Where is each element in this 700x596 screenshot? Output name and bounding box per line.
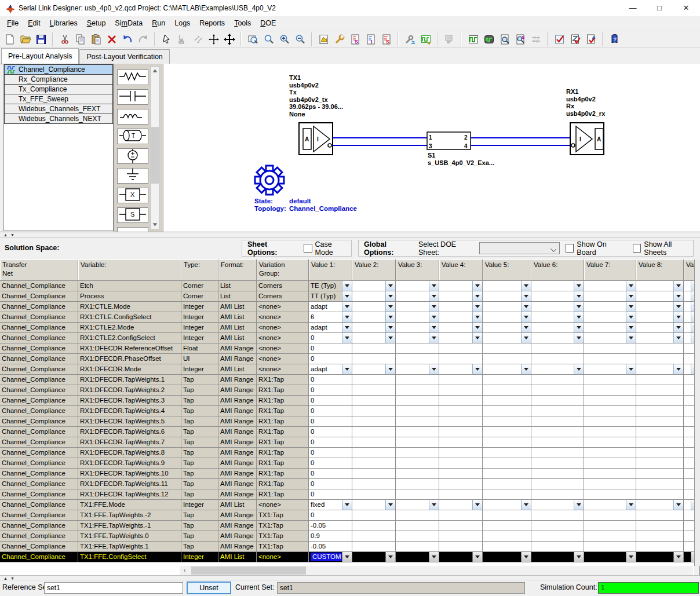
dropdown-button[interactable] (521, 333, 531, 343)
value-cell[interactable] (352, 448, 396, 458)
value-combo[interactable] (483, 291, 531, 302)
value-combo[interactable] (584, 364, 636, 375)
paste-button[interactable] (89, 32, 103, 46)
value-cell[interactable] (684, 489, 694, 500)
dropdown-button[interactable] (385, 323, 395, 332)
zoom-in-button[interactable] (278, 32, 291, 46)
value-combo[interactable] (684, 364, 694, 375)
value-combo[interactable] (584, 312, 636, 323)
value-cell[interactable]: 0 (309, 375, 352, 385)
value-combo[interactable] (439, 281, 483, 291)
zoom-button[interactable] (262, 32, 276, 46)
cut-button[interactable] (58, 32, 72, 46)
dropdown-button[interactable] (472, 333, 482, 343)
value-cell[interactable] (483, 448, 531, 458)
maximize-button[interactable]: □ (646, 0, 673, 16)
value-cell[interactable]: 0 (309, 458, 352, 469)
doe-sheet-combobox[interactable] (479, 242, 560, 254)
column-header[interactable]: Type: (181, 259, 218, 281)
sheet-item-tx_ffe_sweep[interactable]: Tx_FFE_Sweep (4, 94, 113, 104)
value-cell[interactable] (439, 479, 483, 489)
value-cell[interactable] (483, 479, 531, 489)
value-cell[interactable] (396, 458, 439, 469)
value-combo[interactable] (684, 281, 694, 291)
dropdown-button[interactable] (472, 281, 482, 291)
dropdown-button[interactable] (626, 302, 636, 312)
value-combo[interactable] (396, 291, 439, 302)
value-cell[interactable] (439, 375, 483, 385)
undo-button[interactable] (121, 32, 134, 46)
value-cell[interactable]: 0 (309, 427, 352, 437)
view-report-button[interactable] (498, 32, 512, 46)
value-combo[interactable] (531, 500, 584, 510)
assign-disabled-button[interactable] (443, 32, 457, 46)
menu-logs[interactable]: Logs (170, 17, 195, 30)
value-cell[interactable] (684, 343, 694, 354)
dropdown-button[interactable] (574, 291, 584, 301)
sheet-item-channel_compliance[interactable]: Channel_Compliance (4, 64, 113, 75)
value-cell[interactable] (684, 479, 694, 489)
dropdown-button[interactable] (574, 333, 584, 343)
value-cell[interactable] (636, 489, 684, 500)
value-cell[interactable] (396, 385, 439, 396)
value-cell[interactable]: -0.05 (309, 521, 352, 531)
value-cell[interactable] (352, 354, 396, 364)
value-cell[interactable] (396, 375, 439, 385)
show-all-sheets-checkbox[interactable] (633, 244, 641, 253)
value-cell[interactable] (636, 375, 684, 385)
value-combo[interactable] (439, 552, 483, 562)
value-combo[interactable]: 0 (309, 333, 352, 343)
value-cell[interactable] (483, 427, 531, 437)
value-cell[interactable] (439, 385, 483, 396)
table-row[interactable]: Channel_ComplianceEtchCornerListCornersT… (0, 281, 694, 291)
palette-s-block[interactable]: S (117, 207, 148, 223)
column-header[interactable]: Value 1: (309, 259, 352, 281)
value-cell[interactable] (584, 437, 636, 448)
dropdown-button[interactable] (521, 291, 531, 301)
place-symbol-button[interactable] (176, 32, 189, 46)
ami-doc-button[interactable]: S (380, 32, 393, 46)
table-row[interactable]: Channel_ComplianceRX1:DFECDR.PhaseOffset… (0, 354, 694, 364)
s1-symbol[interactable]: 1234 (427, 132, 471, 149)
value-combo[interactable] (396, 312, 439, 323)
dropdown-button[interactable] (574, 500, 584, 510)
palette-x-block[interactable]: X (117, 188, 148, 203)
value-cell[interactable] (531, 542, 584, 552)
value-combo[interactable]: adapt (309, 323, 352, 333)
dropdown-button[interactable] (574, 364, 584, 374)
menu-setup[interactable]: Setup (82, 17, 111, 30)
move-button[interactable] (223, 32, 236, 46)
dropdown-button[interactable] (574, 302, 584, 312)
table-row[interactable]: Channel_ComplianceRX1:DFECDR.TapWeights.… (0, 416, 694, 427)
dropdown-button[interactable] (429, 312, 439, 322)
dropdown-button[interactable] (472, 364, 482, 374)
value-combo[interactable] (531, 281, 584, 291)
table-row[interactable]: Channel_ComplianceTX1:FFE.TapWeights.-1T… (0, 521, 694, 531)
dropdown-button[interactable] (385, 364, 395, 374)
palette-scrollbar[interactable] (150, 66, 160, 229)
sheet-item-tx_compliance[interactable]: Tx_Compliance (4, 84, 113, 94)
dropdown-button[interactable] (626, 323, 636, 332)
value-cell[interactable] (483, 416, 531, 427)
value-cell[interactable] (684, 542, 694, 552)
scroll-down-icon[interactable] (152, 221, 158, 228)
value-cell[interactable] (684, 385, 694, 396)
value-cell[interactable] (352, 343, 396, 354)
value-cell[interactable] (396, 448, 439, 458)
value-cell[interactable] (396, 354, 439, 364)
dropdown-button[interactable] (673, 302, 683, 312)
value-cell[interactable] (483, 354, 531, 364)
table-row[interactable]: Channel_ComplianceRX1:DFECDR.TapWeights.… (0, 469, 694, 479)
menu-tools[interactable]: Tools (229, 17, 256, 30)
table-row[interactable]: Channel_ComplianceTX1:FFE.TapWeights.1Ta… (0, 542, 694, 552)
value-cell[interactable]: -0.05 (309, 542, 352, 552)
validate-button[interactable] (553, 32, 567, 46)
dropdown-button[interactable] (574, 323, 584, 332)
value-cell[interactable] (531, 510, 584, 521)
sim-status-button[interactable] (482, 32, 496, 46)
value-cell[interactable] (396, 510, 439, 521)
value-combo[interactable] (439, 302, 483, 312)
value-cell[interactable] (396, 406, 439, 416)
value-combo[interactable] (483, 500, 531, 510)
value-cell[interactable]: 0 (309, 448, 352, 458)
